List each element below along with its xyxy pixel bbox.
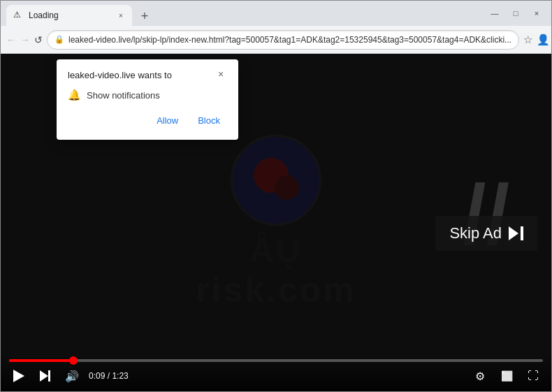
- skip-ad-label: Skip Ad: [449, 224, 502, 242]
- volume-icon: 🔊: [65, 370, 79, 383]
- new-tab-button[interactable]: +: [135, 6, 154, 26]
- reload-button[interactable]: ↺: [34, 30, 43, 50]
- fullscreen-icon: ⛶: [528, 370, 539, 382]
- next-icon: [40, 370, 52, 382]
- watermark-bottom-text: risk.com: [196, 270, 356, 310]
- gear-icon: ⚙: [475, 370, 485, 383]
- close-window-button[interactable]: ×: [528, 4, 546, 22]
- time-total: 1:23: [112, 371, 128, 381]
- browser-window: ⚠ Loading × + — □ × ← → ↺ 🔒 leaked-video…: [0, 0, 552, 392]
- dialog-title: leaked-video.live wants to: [68, 69, 172, 82]
- minimize-button[interactable]: —: [486, 4, 504, 22]
- tab-favicon: ⚠: [13, 10, 24, 21]
- bell-icon: 🔔: [68, 89, 81, 101]
- tab-close-button[interactable]: ×: [115, 10, 126, 21]
- controls-row: 🔊 0:09 / 1:23 ⚙ ⬜ ⛶: [9, 366, 543, 386]
- block-button[interactable]: Block: [191, 111, 227, 130]
- maximize-button[interactable]: □: [507, 4, 525, 22]
- url-text: leaked-video.live/lp/skip-lp/index-new.h…: [68, 35, 511, 45]
- miniplayer-icon: ⬜: [501, 370, 513, 382]
- progress-fill: [9, 359, 73, 362]
- title-bar: ⚠ Loading × + — □ ×: [1, 1, 551, 26]
- logo-circle: [231, 135, 321, 226]
- play-icon: [13, 370, 24, 382]
- progress-bar[interactable]: [9, 359, 543, 362]
- dialog-actions: Allow Block: [68, 111, 227, 130]
- skip-ad-icon: [509, 226, 523, 240]
- back-button[interactable]: ←: [6, 30, 16, 50]
- play-button[interactable]: [9, 366, 29, 386]
- dialog-notification-row: 🔔 Show notifications: [68, 89, 227, 101]
- fullscreen-button[interactable]: ⛶: [523, 366, 543, 386]
- browser-tab[interactable]: ⚠ Loading ×: [6, 5, 132, 26]
- settings-button[interactable]: ⚙: [470, 366, 490, 386]
- skip-ad-button[interactable]: Skip Ad: [435, 216, 537, 251]
- tab-area: ⚠ Loading × +: [6, 1, 480, 26]
- notification-label: Show notifications: [87, 90, 160, 101]
- tab-title: Loading: [29, 10, 111, 20]
- miniplayer-button[interactable]: ⬜: [497, 366, 516, 386]
- notification-dialog: leaked-video.live wants to × 🔔 Show noti…: [57, 59, 238, 140]
- profile-button[interactable]: 👤: [537, 30, 550, 50]
- time-display: 0:09 / 1:23: [89, 371, 129, 381]
- watermark-logo: ÅŲ risk.com: [196, 135, 356, 310]
- watermark-top-text: ÅŲ: [249, 231, 302, 270]
- lock-icon: 🔒: [55, 35, 64, 44]
- forward-button[interactable]: →: [20, 30, 30, 50]
- bookmark-button[interactable]: ☆: [523, 30, 532, 50]
- video-controls: 🔊 0:09 / 1:23 ⚙ ⬜ ⛶: [1, 355, 551, 391]
- dialog-header: leaked-video.live wants to ×: [68, 69, 227, 82]
- content-area: ÅŲ risk.com // leaked-video.live wants t…: [1, 54, 551, 391]
- allow-button[interactable]: Allow: [150, 111, 185, 130]
- url-input[interactable]: 🔒 leaked-video.live/lp/skip-lp/index-new…: [47, 30, 519, 50]
- time-current: 0:09: [89, 371, 105, 381]
- next-button[interactable]: [36, 366, 55, 386]
- progress-dot: [69, 356, 78, 365]
- address-bar: ← → ↺ 🔒 leaked-video.live/lp/skip-lp/ind…: [1, 26, 551, 54]
- dialog-close-button[interactable]: ×: [215, 68, 227, 80]
- time-separator: /: [105, 371, 112, 381]
- volume-button[interactable]: 🔊: [62, 366, 82, 386]
- window-controls: — □ ×: [486, 4, 546, 22]
